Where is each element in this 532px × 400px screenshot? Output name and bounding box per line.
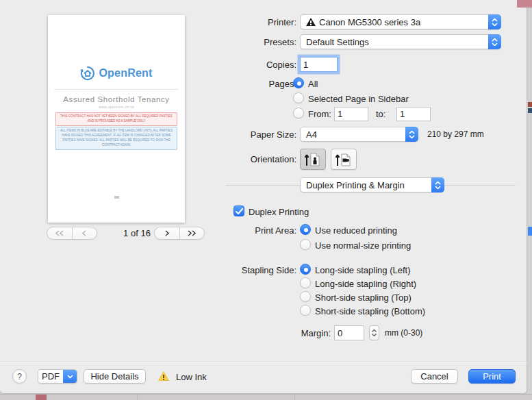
- margin-input[interactable]: [334, 325, 364, 340]
- background-fragment: [517, 0, 532, 8]
- copies-label: Copies:: [207, 60, 296, 70]
- presets-select[interactable]: Default Settings: [300, 34, 501, 49]
- background-fragment: [528, 108, 532, 113]
- landscape-orientation-icon: [335, 151, 353, 167]
- next-page-button[interactable]: [155, 227, 180, 239]
- stapling-short-bottom-label: Short-side stapling (Bottom): [315, 306, 425, 316]
- settings-panel-select[interactable]: Duplex Printing & Margin: [300, 177, 444, 192]
- paper-size-label: Paper Size:: [207, 129, 296, 140]
- stepper-up-icon: [372, 329, 377, 332]
- pages-sidebar-radio[interactable]: [293, 92, 304, 103]
- margin-unit: mm (0-30): [385, 328, 422, 338]
- copies-input[interactable]: [300, 57, 338, 72]
- print-area-reduced-label: Use reduced printing: [315, 225, 397, 236]
- document-url: www.openrent.co.uk: [48, 105, 185, 109]
- page-footer-mark: [114, 196, 119, 199]
- printer-warning-icon: [306, 18, 316, 26]
- pages-label: Pages:: [207, 79, 296, 89]
- low-ink-label: Low Ink: [176, 372, 207, 382]
- portrait-orientation-icon: [304, 151, 322, 167]
- page-from-input[interactable]: [334, 107, 368, 121]
- printer-label: Printer:: [207, 17, 296, 27]
- first-page-button[interactable]: [47, 227, 73, 239]
- double-chevron-right-icon: [187, 230, 197, 236]
- duplex-printing-checkbox[interactable]: [233, 205, 244, 216]
- pages-from-label: From:: [308, 109, 331, 119]
- pdf-menu-button[interactable]: PDF: [38, 369, 77, 384]
- unsigned-contract-notice: THIS CONTRACT HAS NOT YET BEEN SIGNED BY…: [55, 112, 177, 126]
- checkmark-icon: [236, 208, 243, 215]
- margin-stepper[interactable]: [369, 325, 379, 340]
- openrent-house-icon: [80, 66, 95, 81]
- chevron-left-icon: [81, 230, 87, 236]
- duplex-printing-label: Duplex Printing: [249, 207, 309, 217]
- stapling-short-top-label: Short-side stapling (Top): [315, 292, 411, 303]
- stapling-long-right-radio[interactable]: [300, 277, 311, 288]
- pages-all-radio[interactable]: [293, 77, 304, 88]
- margin-label: Margin:: [242, 328, 331, 338]
- stapling-long-left-label: Long-side stapling (Left): [315, 265, 410, 275]
- stapling-side-label: Stapling Side:: [207, 265, 296, 275]
- hide-details-button[interactable]: Hide Details: [84, 369, 146, 384]
- last-page-button[interactable]: [180, 227, 205, 239]
- editable-items-notice: ALL ITEMS IN BLUE ARE EDITABLE BY THE LA…: [55, 127, 177, 150]
- stepper-down-icon: [372, 334, 377, 336]
- paper-dimensions: 210 by 297 mm: [427, 129, 484, 139]
- chevron-down-icon: [63, 370, 77, 383]
- stapling-long-left-radio[interactable]: [300, 264, 311, 275]
- print-button[interactable]: Print: [468, 369, 516, 384]
- paper-size-value: A4: [301, 129, 405, 140]
- orientation-portrait-button[interactable]: [300, 149, 326, 170]
- pages-sidebar-label: Selected Page in Sidebar: [308, 94, 409, 104]
- print-area-label: Print Area:: [207, 225, 296, 236]
- openrent-logo-text: OpenRent: [99, 67, 152, 79]
- print-preview-page: OpenRent Assured Shorthold Tenancy www.o…: [48, 15, 185, 223]
- cancel-button[interactable]: Cancel: [411, 369, 458, 384]
- presets-label: Presets:: [207, 37, 296, 47]
- background-fragment: [137, 395, 138, 400]
- background-fragment: [294, 395, 295, 400]
- footer-divider: [0, 362, 527, 362]
- prev-page-controls: [47, 227, 97, 240]
- pdf-label: PDF: [38, 370, 63, 383]
- double-chevron-left-icon: [55, 230, 64, 236]
- background-window-bottom: [0, 394, 532, 400]
- popup-stepper-icon: [405, 127, 418, 142]
- orientation-label: Orientation:: [207, 154, 296, 164]
- presets-value: Default Settings: [301, 37, 488, 47]
- background-fragment: [36, 395, 47, 400]
- print-dialog: OpenRent Assured Shorthold Tenancy www.o…: [0, 0, 527, 394]
- popup-stepper-icon: [488, 34, 501, 49]
- openrent-logo: OpenRent: [48, 66, 185, 81]
- background-window-right: [527, 0, 532, 400]
- pages-all-label: All: [308, 79, 318, 89]
- help-button[interactable]: ?: [12, 369, 27, 384]
- popup-stepper-icon: [488, 14, 501, 29]
- page-to-input[interactable]: [396, 107, 431, 121]
- chevron-right-icon: [164, 230, 170, 236]
- previous-page-button[interactable]: [73, 227, 97, 239]
- document-title: Assured Shorthold Tenancy: [48, 95, 185, 103]
- background-fragment: [528, 102, 532, 107]
- next-page-controls: [154, 227, 205, 240]
- panel-popup-value: Duplex Printing & Margin: [301, 180, 431, 190]
- pages-range-radio[interactable]: [293, 108, 304, 118]
- paper-size-select[interactable]: A4: [300, 127, 418, 142]
- background-fragment: [528, 227, 532, 236]
- print-area-reduced-radio[interactable]: [300, 224, 311, 235]
- print-area-normal-radio[interactable]: [300, 239, 311, 250]
- print-area-normal-label: Use normal-size printing: [315, 240, 411, 251]
- printer-value: Canon MG5300 series 3a: [319, 17, 488, 27]
- pages-to-label: to:: [376, 109, 385, 119]
- printer-select[interactable]: Canon MG5300 series 3a: [300, 14, 501, 29]
- stapling-short-bottom-radio[interactable]: [300, 305, 311, 316]
- stapling-long-right-label: Long-side stapling (Right): [315, 279, 416, 289]
- page-divider: [54, 89, 179, 90]
- orientation-landscape-button[interactable]: [331, 149, 357, 170]
- popup-stepper-icon: [431, 177, 444, 192]
- stapling-short-top-radio[interactable]: [300, 291, 311, 302]
- low-ink-warning-icon: [158, 371, 169, 381]
